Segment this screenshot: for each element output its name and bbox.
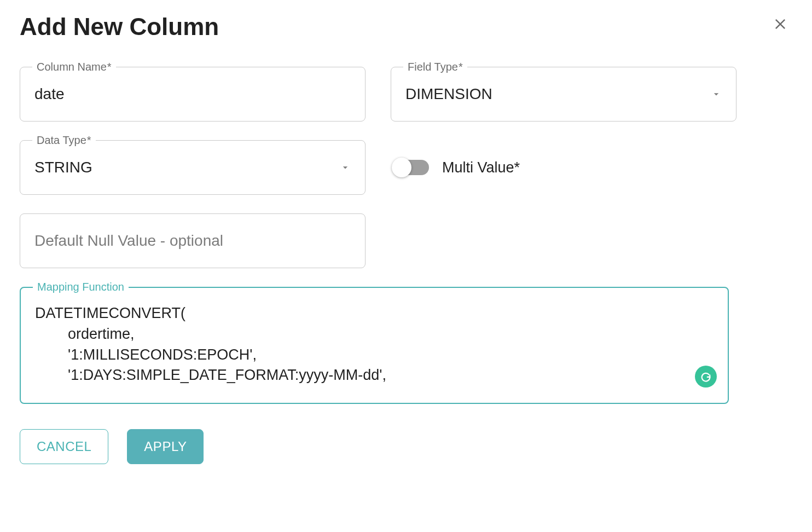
- field-type-label: Field Type*: [403, 61, 467, 73]
- mapping-function-field[interactable]: Mapping Function DATETIMECONVERT( ordert…: [20, 287, 729, 404]
- dialog-title: Add New Column: [20, 13, 219, 41]
- data-type-label: Data Type*: [32, 134, 96, 147]
- close-icon: [773, 14, 788, 36]
- mapping-function-input[interactable]: DATETIMECONVERT( ordertime, '1:MILLISECO…: [35, 303, 714, 386]
- column-name-field[interactable]: Column Name*: [20, 67, 366, 122]
- toggle-knob: [392, 158, 411, 177]
- grammarly-icon: [695, 366, 717, 388]
- field-type-value: DIMENSION: [405, 85, 711, 103]
- chevron-down-icon: [340, 162, 351, 173]
- data-type-value: STRING: [34, 159, 340, 176]
- cancel-button[interactable]: CANCEL: [20, 429, 108, 464]
- mapping-function-label: Mapping Function: [33, 281, 129, 293]
- close-button[interactable]: [768, 13, 792, 37]
- field-type-select[interactable]: Field Type* DIMENSION: [391, 67, 736, 122]
- default-null-field[interactable]: [20, 213, 366, 268]
- multi-value-label: Multi Value*: [442, 159, 520, 176]
- default-null-input[interactable]: [34, 232, 351, 250]
- column-name-label: Column Name*: [32, 61, 116, 73]
- data-type-select[interactable]: Data Type* STRING: [20, 140, 366, 195]
- column-name-input[interactable]: [34, 85, 351, 103]
- apply-button[interactable]: APPLY: [127, 429, 204, 464]
- multi-value-toggle[interactable]: [395, 160, 429, 175]
- chevron-down-icon: [711, 89, 722, 100]
